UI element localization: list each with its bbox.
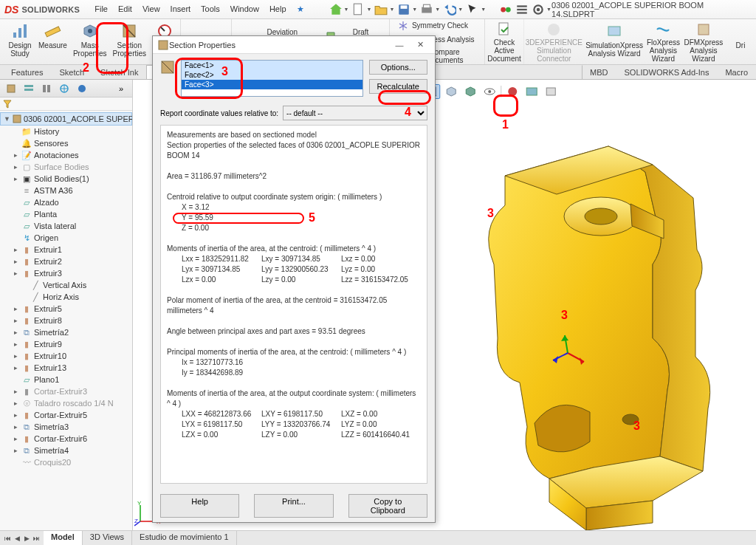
copy-clipboard-button[interactable]: Copy to Clipboard — [348, 494, 427, 518]
3dexperience-button[interactable]: 3DEXPERIENCESimulationConnector — [523, 19, 584, 64]
help-button[interactable]: Help — [160, 494, 239, 518]
tree-item[interactable]: ▸▮Extruir8 — [0, 315, 132, 326]
svg-point-16 — [88, 29, 92, 33]
tab-motion-study[interactable]: Estudio de movimiento 1 — [132, 531, 236, 545]
tree-item[interactable]: ▸⧉Simetría4 — [0, 445, 132, 456]
tree-item[interactable]: ▸▮Extruir1 — [0, 244, 132, 256]
tree-item[interactable]: ≡ASTM A36 — [0, 185, 132, 196]
tab-3dviews[interactable]: 3D Views — [83, 531, 132, 545]
measure-button[interactable]: Measure — [35, 19, 70, 64]
options-list-icon[interactable] — [515, 3, 529, 16]
results-text[interactable]: Measurements are based on sectioned mode… — [160, 125, 427, 484]
settings-gear-icon[interactable] — [532, 3, 545, 16]
undo-icon[interactable] — [443, 3, 456, 16]
floxpress-button[interactable]: FloXpressAnalysisWizard — [645, 19, 682, 64]
tree-item[interactable]: 🔔Sensores — [0, 137, 132, 149]
tree-item[interactable]: ▱Planta — [0, 208, 132, 220]
menu-window[interactable]: Window — [226, 3, 264, 16]
tree-item[interactable]: ▸⧉Simetría3 — [0, 421, 132, 433]
tree-item[interactable]: ▱Vista lateral — [0, 220, 132, 232]
recalculate-button[interactable]: Recalculate — [369, 79, 427, 94]
tree-item[interactable]: 〰Croquis20 — [0, 456, 132, 468]
dri-button[interactable]: Dri — [725, 19, 756, 64]
tab-macro[interactable]: Macro — [717, 65, 756, 79]
rebuild-icon[interactable] — [499, 3, 512, 16]
menu-view[interactable]: View — [138, 3, 165, 16]
new-icon[interactable] — [351, 3, 365, 16]
print-button[interactable]: Print... — [254, 494, 333, 518]
feature-tree-tab-icon[interactable] — [3, 82, 19, 95]
tree-item[interactable]: ▸▮Cortar-Extruir5 — [0, 409, 132, 421]
tab-model[interactable]: Model — [44, 531, 83, 545]
minimize-button[interactable]: — — [389, 38, 410, 52]
dimxpert-tab-icon[interactable] — [56, 82, 72, 95]
tree-item[interactable]: ▸▮Extruir5 — [0, 303, 132, 315]
view-orientation-icon[interactable] — [443, 84, 459, 99]
3d-model[interactable] — [409, 131, 749, 545]
display-style-icon[interactable] — [462, 84, 478, 99]
menu-star-icon[interactable]: ★ — [292, 3, 309, 16]
view-settings-icon[interactable] — [543, 84, 559, 99]
apply-scene-icon[interactable] — [523, 84, 540, 99]
edit-appearance-icon[interactable] — [504, 84, 520, 99]
tree-item[interactable]: ▸▮Extruir2 — [0, 256, 132, 267]
coordinate-system-select[interactable]: -- default -- — [283, 106, 427, 120]
face-selection-list[interactable]: Face<1> Face<2> Face<3> — [181, 60, 363, 97]
tab-features[interactable]: Features — [3, 65, 51, 79]
save-icon[interactable] — [397, 3, 410, 16]
menu-tools[interactable]: Tools — [196, 3, 224, 16]
tree-item[interactable]: ▸▮Extruir13 — [0, 362, 132, 374]
svg-rect-4 — [424, 4, 430, 8]
tab-sketchink[interactable]: Sketch Ink — [92, 65, 146, 79]
hide-show-icon[interactable] — [481, 84, 498, 99]
symmetry-check-button[interactable]: Symmetry Check — [394, 19, 480, 32]
dialog-titlebar[interactable]: Section Properties — ✕ — [153, 36, 435, 54]
tree-item[interactable]: ▸⦾Taladro roscado 1/4 N — [0, 397, 132, 409]
tab-navigation[interactable]: ⏮◀▶⏭ — [0, 531, 44, 545]
mass-properties-button[interactable]: MassProperties — [70, 19, 110, 64]
options-button[interactable]: Options... — [369, 60, 427, 75]
tree-filter[interactable] — [0, 97, 132, 111]
tab-sketch[interactable]: Sketch — [51, 65, 92, 79]
tree-item[interactable]: ▸📝Anotaciones — [0, 149, 132, 161]
list-item[interactable]: Face<2> — [182, 70, 362, 80]
home-icon[interactable] — [329, 3, 343, 16]
tree-item[interactable]: ▸▮Cortar-Extruir6 — [0, 433, 132, 445]
print-icon[interactable] — [420, 3, 433, 16]
display-manager-tab-icon[interactable] — [74, 82, 90, 95]
tree-item[interactable]: ▸▮Extruir10 — [0, 350, 132, 362]
tree-item[interactable]: ▸▮Cortar-Extruir3 — [0, 385, 132, 397]
panel-more-icon[interactable]: » — [113, 82, 129, 95]
check-active-document-button[interactable]: CheckActiveDocument — [484, 19, 523, 64]
tree-root[interactable]: ▼0306 02001_ACOPLE SUPEF — [0, 112, 132, 126]
design-study-button[interactable]: DesignStudy — [4, 19, 35, 64]
tree-item[interactable]: ▸▢Surface Bodies — [0, 161, 132, 173]
list-item[interactable]: Face<3> — [182, 80, 362, 89]
tree-item[interactable]: ▸▮Extruir9 — [0, 338, 132, 350]
simulationxpress-button[interactable]: SimulationXpressAnalysis Wizard — [584, 19, 645, 64]
tree-item[interactable]: ╱Vertical Axis — [0, 279, 132, 291]
open-icon[interactable] — [374, 3, 388, 16]
tree-item[interactable]: ↯Origen — [0, 232, 132, 244]
section-properties-button[interactable]: SectionProperties — [109, 19, 149, 64]
menu-help[interactable]: Help — [265, 3, 291, 16]
tree-item[interactable]: ▸⧉Simetría2 — [0, 326, 132, 338]
tree-item[interactable]: ╱Horiz Axis — [0, 291, 132, 303]
svg-point-48 — [585, 208, 617, 224]
tree-item[interactable]: ▸▣Solid Bodies(1) — [0, 173, 132, 185]
tree-item[interactable]: ▱Plano1 — [0, 374, 132, 385]
dfmxpress-button[interactable]: DFMXpressAnalysisWizard — [682, 19, 725, 64]
tab-mbd[interactable]: MBD — [582, 65, 616, 79]
tab-addins[interactable]: SOLIDWORKS Add-Ins — [616, 65, 718, 79]
menu-insert[interactable]: Insert — [166, 3, 196, 16]
menu-edit[interactable]: Edit — [114, 3, 137, 16]
menu-file[interactable]: File — [90, 3, 112, 16]
property-manager-tab-icon[interactable] — [21, 82, 37, 95]
tree-item[interactable]: ▱Alzado — [0, 196, 132, 208]
select-icon[interactable] — [466, 3, 479, 16]
close-button[interactable]: ✕ — [410, 38, 430, 52]
tree-item[interactable]: 📁History — [0, 126, 132, 137]
list-item[interactable]: Face<1> — [182, 61, 362, 70]
configuration-manager-tab-icon[interactable] — [38, 82, 55, 95]
tree-item[interactable]: ▸▮Extruir3 — [0, 267, 132, 279]
